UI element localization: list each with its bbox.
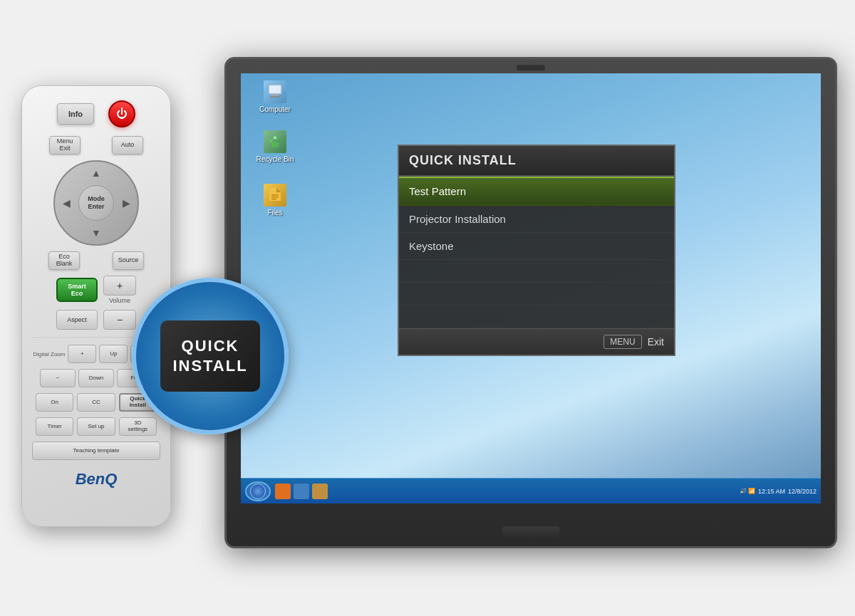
monitor-stand (502, 526, 559, 541)
computer-icon (264, 80, 286, 103)
remote-top-row: Info ⏻ (57, 100, 135, 127)
monitor-top-bar (517, 65, 545, 71)
taskbar-right: 🔊 📶 12:15 AM 12/8/2012 (740, 488, 817, 495)
taskbar-icon-app[interactable] (294, 484, 309, 499)
digital-zoom-label: Digital Zoom (33, 351, 66, 357)
dpad-up[interactable]: ▲ (86, 163, 106, 183)
mode-enter-button[interactable]: Mode Enter (78, 185, 114, 221)
recycle-icon-label: Recycle Bin (256, 155, 294, 163)
menu-item-test-pattern[interactable]: Test Pattern (399, 177, 674, 206)
three-d-button[interactable]: 3D settings (119, 417, 157, 436)
benq-logo: BenQ (76, 470, 118, 489)
taskbar: 🔊 📶 12:15 AM 12/8/2012 (241, 478, 821, 503)
taskbar-icon-folder[interactable] (312, 484, 328, 499)
zoom-inner: QUICK INSTALL (160, 320, 260, 392)
auto-button[interactable]: Auto (112, 136, 143, 155)
teaching-template-button[interactable]: Teaching template (32, 442, 160, 460)
start-button[interactable] (245, 481, 271, 501)
page-down-button[interactable]: Down (78, 369, 114, 387)
zoom-text-line1: QUICK (182, 337, 239, 355)
computer-icon-label: Computer (259, 105, 291, 113)
taskbar-date: 12/8/2012 (788, 488, 817, 495)
timer-button[interactable]: Timer (36, 417, 73, 436)
on-button[interactable]: On (36, 393, 73, 412)
recycle-icon (264, 130, 286, 153)
taskbar-icons-tray: 🔊 📶 (740, 488, 755, 494)
svg-rect-6 (271, 197, 279, 198)
svg-rect-7 (271, 199, 276, 200)
aspect-button[interactable]: Aspect (56, 310, 98, 330)
desktop-icon-computer[interactable]: Computer (254, 80, 296, 113)
aspect-vol-row: Aspect − (56, 310, 136, 330)
svg-rect-3 (270, 96, 280, 98)
volume-plus-button[interactable]: + (103, 276, 136, 296)
volume-minus-button[interactable]: − (103, 310, 136, 330)
desktop-icon-recycle[interactable]: Recycle Bin (254, 130, 296, 163)
dpad-down[interactable]: ▼ (86, 223, 106, 243)
menu-item-empty-3 (399, 306, 674, 328)
smart-eco-vol-row: Smart Eco + Volume (56, 276, 136, 304)
up-button[interactable]: Up (99, 345, 128, 363)
dpad-left[interactable]: ◀ (56, 193, 76, 213)
set-up-button[interactable]: Set up (77, 417, 115, 436)
zoom-circle: QUICK INSTALL (132, 278, 289, 434)
taskbar-icon-firefox[interactable] (275, 484, 291, 499)
files-icon-label: Files (267, 209, 282, 216)
eco-blank-button[interactable]: Eco Blank (48, 251, 80, 270)
digital-zoom-section: Digital Zoom (33, 351, 66, 357)
desktop-icon-files[interactable]: Files (254, 184, 296, 216)
eco-source-row: Eco Blank Source (48, 251, 144, 270)
on-cc-quick-row: On CC Quick Install (36, 393, 157, 412)
menu-auto-row: Menu Exit Auto (49, 136, 143, 155)
start-button-inner (250, 484, 266, 499)
dpad-right[interactable]: ▶ (116, 193, 136, 213)
monitor: Computer Recycle Bin Files QUICK INSTALL… (224, 57, 837, 548)
source-button[interactable]: Source (113, 251, 144, 270)
power-button[interactable]: ⏻ (108, 100, 135, 127)
zoom-text-line2: INSTALL (172, 357, 247, 375)
volume-label: Volume (109, 297, 130, 304)
svg-rect-5 (271, 194, 279, 196)
menu-title: QUICK INSTALL (399, 146, 674, 177)
menu-item-keystone[interactable]: Keystone (399, 233, 674, 260)
menu-item-projector-installation[interactable]: Projector Installation (399, 206, 674, 233)
menu-button[interactable]: MENU (603, 335, 641, 349)
digital-zoom-minus-button[interactable]: − (40, 369, 76, 387)
taskbar-time: 12:15 AM (758, 488, 785, 495)
info-button[interactable]: Info (57, 103, 94, 125)
quick-install-menu: QUICK INSTALL Test Pattern Projector Ins… (398, 145, 675, 356)
bottom-row: Timer Set up 3D settings (36, 417, 157, 436)
menu-footer: MENU Exit (399, 328, 674, 355)
dpad: ▲ ▼ ◀ ▶ Mode Enter (53, 160, 139, 246)
svg-rect-0 (269, 85, 281, 94)
cc-button[interactable]: CC (77, 393, 115, 412)
menu-exit-label: Exit (648, 336, 664, 348)
files-icon (264, 184, 286, 207)
smart-eco-button[interactable]: Smart Eco (56, 278, 98, 302)
svg-rect-4 (271, 142, 279, 147)
digital-zoom-plus-button[interactable]: + (68, 345, 96, 363)
menu-exit-button[interactable]: Menu Exit (49, 136, 81, 155)
menu-item-empty-2 (399, 283, 674, 306)
monitor-screen: Computer Recycle Bin Files QUICK INSTALL… (241, 73, 821, 503)
menu-item-empty-1 (399, 260, 674, 283)
dpad-section: ▲ ▼ ◀ ▶ Mode Enter (39, 160, 153, 246)
